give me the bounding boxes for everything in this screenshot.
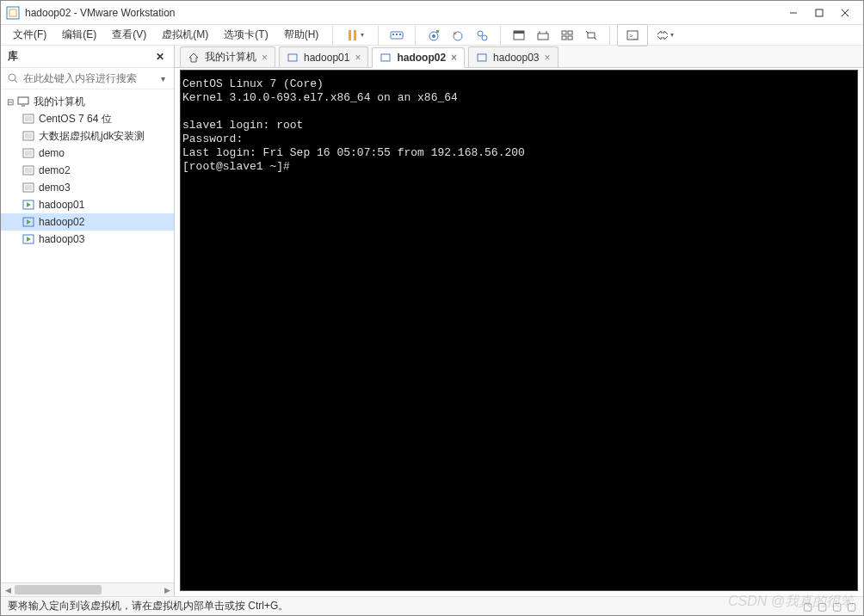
device-icon[interactable]: ▢ (803, 601, 812, 613)
svg-rect-7 (354, 30, 356, 40)
fullscreen-button[interactable] (508, 24, 530, 46)
menu-tabs[interactable]: 选项卡(T) (217, 25, 275, 45)
vm-off-icon (22, 181, 35, 194)
sidebar-scrollbar[interactable]: ◀ ▶ (1, 582, 174, 596)
tab-close-icon[interactable]: × (451, 52, 457, 64)
tree-item[interactable]: hadoop03 (1, 231, 174, 248)
library-tree: ⊟ 我的计算机 CentOS 7 64 位 大数据虚拟机jdk安装测 demo … (1, 89, 174, 582)
tab-home[interactable]: 我的计算机 × (180, 46, 275, 67)
tree-item[interactable]: demo (1, 145, 174, 162)
menu-help[interactable]: 帮助(H) (277, 25, 326, 45)
device-icon[interactable]: ▢ (847, 601, 856, 613)
svg-point-13 (432, 34, 435, 38)
statusbar-hint: 要将输入定向到该虚拟机，请在虚拟机内部单击或按 Ctrl+G。 (8, 599, 288, 613)
svg-rect-56 (478, 54, 486, 61)
svg-rect-11 (399, 34, 401, 35)
scroll-right-icon[interactable]: ▶ (160, 583, 174, 596)
svg-point-17 (478, 31, 483, 36)
device-icon[interactable]: ▢ (818, 601, 827, 613)
revert-snapshot-button[interactable] (447, 24, 469, 46)
svg-rect-1 (9, 9, 16, 16)
svg-rect-3 (816, 9, 823, 16)
separator (609, 26, 610, 45)
vm-console[interactable]: CentOS Linux 7 (Core) Kernel 3.10.0-693.… (180, 70, 858, 591)
minimize-button[interactable] (781, 3, 806, 22)
device-icon[interactable]: ▢ (832, 601, 842, 613)
svg-rect-21 (538, 34, 548, 40)
tree-item-label: hadoop03 (39, 233, 84, 245)
menu-edit[interactable]: 编辑(E) (55, 25, 103, 45)
tree-item[interactable]: demo2 (1, 162, 174, 179)
statusbar-icons: ▢ ▢ ▢ ▢ (803, 601, 856, 613)
library-sidebar: 库 ✕ ▾ ⊟ 我的计算机 CentOS 7 64 位 大数据虚拟机jdk安装测… (1, 46, 175, 596)
tree-item-label: hadoop02 (39, 216, 84, 228)
tree-root-my-computer[interactable]: ⊟ 我的计算机 (1, 93, 174, 110)
tree-item-label: 大数据虚拟机jdk安装测 (39, 129, 145, 144)
tab-close-icon[interactable]: × (262, 52, 268, 64)
send-ctrl-alt-del-button[interactable] (386, 24, 408, 46)
separator (500, 26, 501, 45)
svg-marker-48 (27, 202, 31, 207)
svg-marker-53 (189, 53, 198, 62)
tab-hadoop03[interactable]: hadoop03 × (468, 46, 558, 67)
separator (332, 26, 333, 45)
scroll-thumb[interactable] (15, 585, 102, 594)
menu-file[interactable]: 文件(F) (6, 25, 53, 45)
vm-on-icon (22, 215, 35, 229)
svg-rect-6 (349, 30, 351, 40)
pause-play-button[interactable]: ▾ (340, 24, 371, 46)
close-button[interactable] (832, 3, 858, 22)
tree-item[interactable]: hadoop01 (1, 196, 174, 213)
scroll-track[interactable] (15, 583, 160, 596)
vm-off-icon (22, 146, 35, 160)
tree-root-label: 我的计算机 (34, 95, 85, 109)
tab-label: hadoop02 (397, 52, 446, 64)
tree-item[interactable]: demo3 (1, 179, 174, 196)
tab-hadoop02[interactable]: hadoop02 × (372, 47, 465, 68)
svg-rect-55 (381, 54, 390, 61)
home-icon (188, 52, 200, 64)
maximize-button[interactable] (806, 3, 832, 22)
tab-close-icon[interactable]: × (355, 52, 361, 64)
thumbnail-button[interactable] (556, 24, 578, 46)
separator (415, 26, 416, 45)
main-area: 我的计算机 × hadoop01 × hadoop02 × hadoop03 ×… (175, 46, 863, 596)
stretch-button[interactable] (580, 24, 602, 46)
svg-rect-42 (25, 151, 32, 156)
tree-item-label: demo2 (39, 164, 71, 176)
window-titlebar: hadoop02 - VMware Workstation (1, 1, 863, 25)
computer-icon (16, 95, 30, 108)
collapse-icon[interactable]: ⊟ (4, 97, 16, 107)
vm-icon (380, 52, 392, 64)
unity-button[interactable] (532, 24, 554, 46)
sidebar-title: 库 (8, 49, 18, 64)
svg-rect-28 (588, 33, 595, 38)
fit-guest-button[interactable]: ▾ (650, 24, 681, 46)
scroll-left-icon[interactable]: ◀ (1, 583, 15, 596)
svg-rect-40 (25, 133, 32, 139)
svg-rect-54 (288, 54, 297, 61)
tree-item-selected[interactable]: hadoop02 (1, 213, 174, 231)
tree-item[interactable]: 大数据虚拟机jdk安装测 (1, 127, 174, 145)
console-view-button[interactable]: >_ (617, 24, 648, 46)
separator (378, 26, 379, 45)
vm-on-icon (22, 232, 35, 246)
search-dropdown-icon[interactable]: ▾ (157, 74, 169, 83)
tree-item[interactable]: CentOS 7 64 位 (1, 110, 174, 127)
svg-rect-27 (568, 36, 572, 40)
svg-rect-46 (25, 185, 32, 190)
tabs-row: 我的计算机 × hadoop01 × hadoop02 × hadoop03 × (175, 46, 863, 68)
sidebar-close-button[interactable]: ✕ (153, 51, 167, 63)
menu-view[interactable]: 查看(V) (105, 25, 153, 45)
svg-rect-14 (436, 30, 439, 33)
search-input[interactable] (23, 72, 153, 84)
tree-item-label: demo (39, 147, 65, 159)
tab-hadoop01[interactable]: hadoop01 × (279, 46, 368, 67)
menu-vm[interactable]: 虚拟机(M) (155, 25, 215, 45)
menubar: 文件(F) 编辑(E) 查看(V) 虚拟机(M) 选项卡(T) 帮助(H) ▾ … (1, 25, 863, 46)
svg-rect-20 (514, 31, 524, 34)
snapshot-button[interactable] (423, 24, 445, 46)
snapshot-manager-button[interactable] (471, 24, 493, 46)
tab-close-icon[interactable]: × (545, 52, 551, 64)
svg-rect-26 (562, 36, 566, 40)
